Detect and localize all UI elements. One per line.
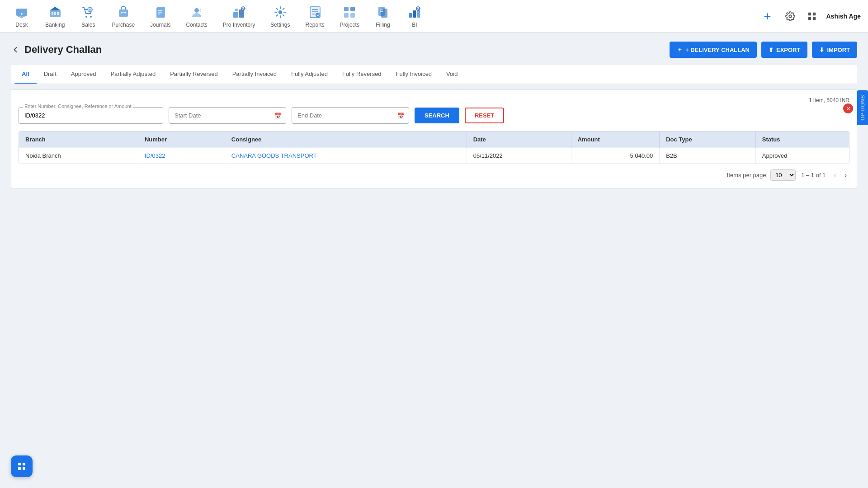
export-button[interactable]: ⬆ EXPORT <box>761 42 807 58</box>
svg-point-9 <box>85 16 87 18</box>
import-button[interactable]: ⬇ IMPORT <box>812 42 857 58</box>
number-link[interactable]: ID/0322 <box>145 152 165 159</box>
tab-fully-reversed[interactable]: Fully Reversed <box>335 65 389 84</box>
sales-icon <box>80 4 96 20</box>
cell-number: ID/0322 <box>138 148 225 164</box>
svg-rect-12 <box>119 9 128 17</box>
svg-rect-2 <box>20 17 23 18</box>
nav-item-settings[interactable]: Settings <box>264 0 296 32</box>
nav-item-desk[interactable]: Desk <box>7 0 36 32</box>
table-row: Noida Branch ID/0322 CANARA GOODS TRANSP… <box>19 148 849 164</box>
grid-button[interactable] <box>805 9 819 23</box>
svg-rect-26 <box>235 9 238 11</box>
svg-rect-24 <box>233 12 238 18</box>
item-count: 1 item, 5040 INR <box>19 97 849 103</box>
svg-point-3 <box>21 13 23 15</box>
nav-item-journals[interactable]: Journals <box>144 0 177 32</box>
svg-rect-35 <box>350 7 355 11</box>
nav-item-projects[interactable]: Projects <box>334 0 366 32</box>
delivery-challan-icon: ＋ <box>677 46 683 54</box>
reset-button[interactable]: RESET <box>465 108 504 123</box>
tab-draft[interactable]: Draft <box>37 65 64 84</box>
nav-label-bi: BI <box>412 22 417 28</box>
nav-label-purchase: Purchase <box>112 22 135 28</box>
search-button[interactable]: SEARCH <box>415 108 459 123</box>
cell-consignee: CANARA GOODS TRANSPORT <box>225 148 467 164</box>
col-number: Number <box>138 131 225 148</box>
svg-rect-36 <box>344 13 349 18</box>
nav-item-reports[interactable]: Reports <box>299 0 331 32</box>
main-card: 1 item, 5040 INR Enter Number, Consignee… <box>11 89 857 188</box>
start-date-calendar-icon[interactable]: 📅 <box>274 112 282 119</box>
user-name: Ashish Age <box>826 13 861 20</box>
table-wrap: Branch Number Consignee Date Amount Doc … <box>19 131 849 164</box>
end-date-input[interactable] <box>292 107 409 124</box>
svg-rect-23 <box>200 11 201 12</box>
nav-label-sales: Sales <box>81 22 95 28</box>
nav-item-contacts[interactable]: Contacts <box>179 0 213 32</box>
bi-icon <box>406 4 423 20</box>
next-page-button[interactable]: › <box>842 170 849 180</box>
nav-item-filling[interactable]: Filling <box>368 0 397 32</box>
svg-point-46 <box>789 15 792 18</box>
settings-icon <box>272 4 288 20</box>
tab-fully-adjusted[interactable]: Fully Adjusted <box>284 65 335 84</box>
nav-label-banking: Banking <box>45 22 65 28</box>
topnav: Desk Banking <box>0 0 868 33</box>
nav-items: Desk Banking <box>7 0 760 32</box>
delivery-challan-button[interactable]: ＋ + DELIVERY CHALLAN <box>670 42 757 58</box>
per-page-dropdown[interactable]: 10 25 50 100 <box>770 169 796 181</box>
back-button[interactable] <box>11 45 20 54</box>
nav-label-contacts: Contacts <box>186 22 207 28</box>
tab-approved[interactable]: Approved <box>64 65 104 84</box>
svg-point-33 <box>316 13 320 17</box>
search-field: Enter Number, Consignee, Reference or Am… <box>19 107 163 124</box>
col-branch: Branch <box>19 131 138 148</box>
prev-page-button[interactable]: ‹ <box>831 170 839 180</box>
data-table: Branch Number Consignee Date Amount Doc … <box>19 131 849 164</box>
nav-label-filling: Filling <box>376 22 390 28</box>
col-date: Date <box>467 131 571 148</box>
purchase-icon <box>115 4 132 20</box>
tab-partially-adjusted[interactable]: Partially Adjusted <box>103 65 163 84</box>
svg-rect-7 <box>54 12 56 15</box>
add-button[interactable]: + <box>760 8 776 24</box>
consignee-link[interactable]: CANARA GOODS TRANSPORT <box>231 152 317 159</box>
svg-rect-48 <box>812 12 815 15</box>
reports-icon <box>307 4 323 20</box>
svg-rect-42 <box>409 13 412 18</box>
options-tab[interactable]: OPTIONS <box>857 90 868 125</box>
col-amount: Amount <box>571 131 660 148</box>
start-date-field: 📅 <box>169 107 286 124</box>
col-doc-type: Doc Type <box>660 131 756 148</box>
cell-status: Approved <box>755 148 849 164</box>
end-date-calendar-icon[interactable]: 📅 <box>397 112 405 119</box>
start-date-input[interactable] <box>169 107 286 124</box>
nav-item-bi[interactable]: BI <box>400 0 429 32</box>
projects-icon <box>341 4 358 20</box>
nav-label-settings: Settings <box>270 22 290 28</box>
nav-item-sales[interactable]: Sales <box>74 0 103 32</box>
search-input[interactable] <box>19 107 163 124</box>
cell-branch: Noida Branch <box>19 148 138 164</box>
tab-partially-reversed[interactable]: Partially Reversed <box>163 65 225 84</box>
svg-rect-1 <box>18 16 25 17</box>
nav-item-banking[interactable]: Banking <box>39 0 71 32</box>
tab-all[interactable]: All <box>14 65 37 84</box>
close-badge[interactable]: ✕ <box>843 103 853 113</box>
nav-label-journals: Journals <box>150 22 170 28</box>
tab-void[interactable]: Void <box>439 65 465 84</box>
tab-partially-invoiced[interactable]: Partially Invoiced <box>225 65 284 84</box>
filling-icon <box>375 4 391 20</box>
cell-doc-type: B2B <box>660 148 756 164</box>
pro-inventory-icon <box>231 4 247 20</box>
cell-date: 05/11/2022 <box>467 148 571 164</box>
tab-fully-invoiced[interactable]: Fully Invoiced <box>389 65 439 84</box>
svg-rect-22 <box>200 9 201 10</box>
col-status: Status <box>755 131 849 148</box>
per-page-select: Items per page: 10 25 50 100 <box>727 169 796 181</box>
gear-button[interactable] <box>783 9 797 23</box>
nav-item-pro-inventory[interactable]: Pro Inventory <box>217 0 261 32</box>
nav-item-purchase[interactable]: Purchase <box>105 0 141 32</box>
nav-label-projects: Projects <box>340 22 359 28</box>
